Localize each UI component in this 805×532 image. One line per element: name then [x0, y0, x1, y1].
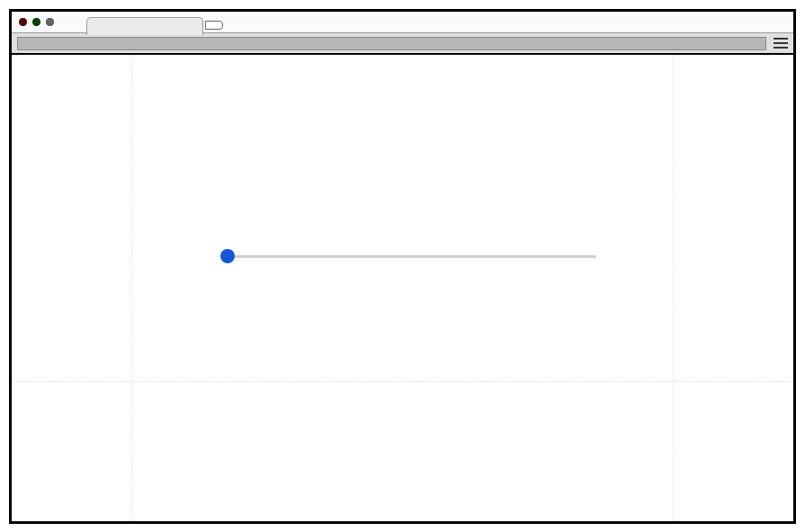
page-viewport: [12, 55, 793, 521]
address-bar[interactable]: [17, 37, 766, 50]
slider-track: [220, 255, 596, 258]
window-maximize-button[interactable]: [46, 18, 54, 26]
layout-guide: [12, 381, 793, 382]
new-tab-button[interactable]: [205, 21, 223, 30]
menu-icon[interactable]: [774, 37, 788, 49]
slider-thumb[interactable]: [220, 249, 235, 263]
window-minimize-button[interactable]: [32, 18, 40, 26]
title-bar: [12, 12, 793, 33]
layout-guide: [673, 55, 674, 521]
window-close-button[interactable]: [19, 18, 27, 26]
layout-guide: [131, 55, 132, 521]
toolbar: [12, 33, 793, 55]
browser-tab[interactable]: [86, 17, 203, 35]
slider[interactable]: [220, 249, 596, 263]
browser-window: [9, 9, 796, 524]
